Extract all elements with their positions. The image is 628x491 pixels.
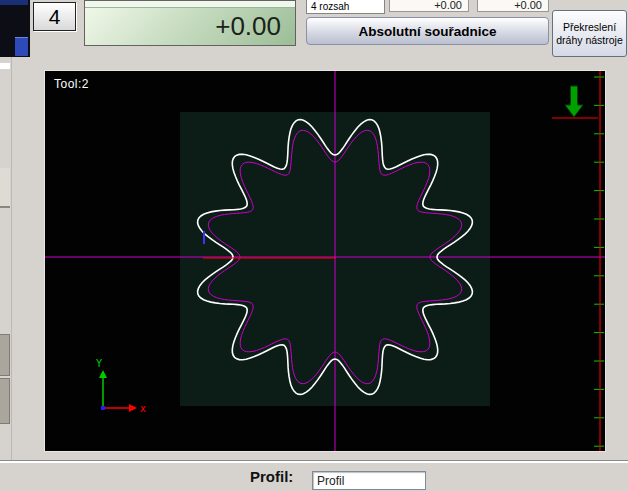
- background-window-fragment: [0, 0, 30, 57]
- profile-input[interactable]: [312, 471, 426, 490]
- profile-label: Profil:: [250, 468, 293, 485]
- toolpath-plot: Yx: [45, 71, 605, 451]
- absolute-coordinates-label: Absolutní souřadnice: [306, 17, 549, 45]
- y-axis-label: Y: [95, 358, 103, 369]
- y-axis-arrowhead: [99, 370, 107, 378]
- tool-label: Tool:2: [54, 77, 89, 91]
- lcd-upper-strip: [85, 1, 295, 8]
- origin-marker: [101, 406, 105, 410]
- lcd-value: +0.00: [85, 8, 295, 45]
- coordinate-value-2: +0.00: [477, 0, 549, 12]
- position-lcd-display: +0.00: [84, 0, 296, 46]
- redraw-toolpath-button[interactable]: Překreslení dráhy nástroje: [552, 10, 627, 57]
- range-label: 4 rozsah: [306, 0, 385, 14]
- x-axis-label: x: [140, 403, 146, 414]
- left-panel-notch: [0, 63, 10, 69]
- fragment-icon: [15, 37, 28, 56]
- bottom-bar: Profil:: [0, 463, 628, 491]
- left-panel-button-fragment-3: [0, 378, 10, 424]
- plunge-arrow-icon: [565, 86, 583, 117]
- left-panel-button-fragment-1: [0, 168, 10, 208]
- fragment-titlebar: [0, 0, 28, 5]
- plot-area: Yx Tool:2: [45, 71, 605, 451]
- left-panel-button-fragment-2: [0, 334, 10, 376]
- tool-number-display: 4: [33, 2, 76, 31]
- x-axis-arrowhead: [129, 404, 137, 412]
- toolpath-canvas[interactable]: Yx Tool:2: [44, 70, 606, 452]
- coordinate-value-1: +0.00: [389, 0, 469, 12]
